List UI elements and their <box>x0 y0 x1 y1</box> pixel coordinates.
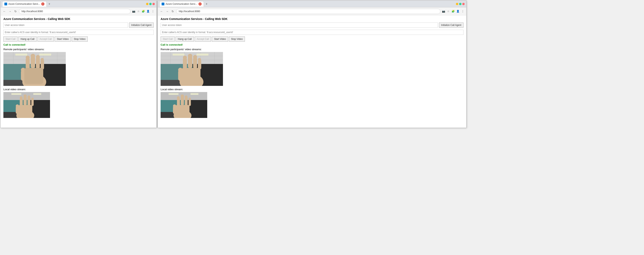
back-btn-left[interactable]: ← <box>2 9 6 14</box>
page-content-left: Azure Communication Services - Calling W… <box>0 15 156 128</box>
remote-label-left: Remote participants' video streams: <box>4 48 154 51</box>
profile-icon-left[interactable]: 👤 <box>146 9 150 13</box>
address-input-right[interactable] <box>176 9 440 14</box>
address-input-left[interactable] <box>19 9 130 14</box>
tab-label-right: Azure Communication Servi... <box>166 2 197 6</box>
new-tab-btn-right[interactable]: + <box>204 2 209 6</box>
menu-icon-left[interactable]: ⋮ <box>151 9 155 13</box>
callee-input-right[interactable] <box>160 30 464 35</box>
svg-point-82 <box>181 94 184 98</box>
local-video-svg-left <box>4 92 50 118</box>
page-content-right: Azure Communication Services - Calling W… <box>158 15 466 128</box>
reload-btn-left[interactable]: ↻ <box>13 9 18 14</box>
call-status-left: Call is connected! <box>4 43 154 46</box>
maximize-btn-left[interactable] <box>149 3 152 5</box>
minimize-btn-right[interactable] <box>456 3 458 5</box>
reload-btn-right[interactable]: ↻ <box>170 9 175 14</box>
start-call-btn-left[interactable]: Start Call <box>4 36 18 42</box>
menu-icon-right[interactable]: ⋮ <box>461 9 465 13</box>
page-title-left: Azure Communication Services - Calling W… <box>4 17 154 20</box>
tab-strip-left: Azure Communication Servi... × + <box>2 0 144 7</box>
svg-rect-30 <box>11 93 21 95</box>
svg-rect-52 <box>172 54 184 56</box>
svg-rect-53 <box>196 54 208 56</box>
tab-label-left: Azure Communication Servi... <box>8 2 40 6</box>
local-video-svg-right <box>160 92 207 118</box>
init-call-agent-btn-left[interactable]: Initialize Call Agent <box>129 22 154 28</box>
title-bar-left: Azure Communication Servi... × + <box>0 0 156 7</box>
svg-point-24 <box>41 58 44 61</box>
close-btn-right[interactable] <box>462 3 465 5</box>
browser-window-right: Azure Communication Servi... × + ← → ↻ 📷… <box>158 0 466 128</box>
svg-point-62 <box>183 56 187 60</box>
tab-strip-right: Azure Communication Servi... × + <box>160 0 454 7</box>
tab-close-left[interactable]: × <box>41 2 44 6</box>
start-video-btn-right[interactable]: Start Video <box>212 36 228 42</box>
svg-rect-9 <box>39 54 51 56</box>
tab-favicon-right <box>162 2 164 6</box>
title-bar-right: Azure Communication Servi... × + <box>158 0 466 7</box>
address-bar-right: ← → ↻ 📷 ☆ 🧩 👤 ⋮ <box>158 7 466 15</box>
start-video-btn-left[interactable]: Start Video <box>54 36 71 42</box>
start-call-btn-right[interactable]: Start Call <box>160 36 175 42</box>
token-input-right[interactable] <box>160 22 438 28</box>
svg-point-41 <box>28 96 30 98</box>
svg-point-66 <box>193 55 197 59</box>
svg-rect-31 <box>33 93 41 95</box>
call-controls-right: Start Call Hang up Call Accept Call Star… <box>160 36 464 42</box>
remote-label-right: Remote participants' video streams: <box>160 48 464 51</box>
svg-rect-76 <box>176 105 190 117</box>
extensions-icon-right[interactable]: 🧩 <box>451 9 455 13</box>
remote-video-svg-right <box>160 52 223 86</box>
stop-video-btn-right[interactable]: Stop Video <box>229 36 245 42</box>
svg-point-39 <box>24 94 27 98</box>
hang-up-btn-right[interactable]: Hang up Call <box>176 36 194 42</box>
stop-video-btn-left[interactable]: Stop Video <box>72 36 88 42</box>
hang-up-btn-left[interactable]: Hang up Call <box>18 36 36 42</box>
bookmark-icon-left[interactable]: ☆ <box>136 9 140 13</box>
extensions-icon-left[interactable]: 🧩 <box>141 9 145 13</box>
tab-left[interactable]: Azure Communication Servi... × <box>2 1 47 7</box>
forward-btn-right[interactable]: → <box>165 9 169 14</box>
svg-rect-58 <box>182 68 200 84</box>
local-video-left <box>4 92 50 118</box>
browser-window-left: Azure Communication Servi... × + ← → ↻ 📷… <box>0 0 156 128</box>
window-divider <box>157 0 157 128</box>
forward-btn-left[interactable]: → <box>8 9 12 14</box>
window-controls-right <box>456 3 465 5</box>
profile-icon-right[interactable]: 👤 <box>456 9 460 13</box>
maximize-btn-right[interactable] <box>459 3 462 5</box>
svg-point-80 <box>177 96 180 99</box>
svg-point-60 <box>178 68 182 72</box>
toolbar-icons-right: 📷 ☆ 🧩 👤 ⋮ <box>442 9 465 13</box>
svg-point-68 <box>198 58 201 61</box>
callee-input-left[interactable] <box>4 30 154 35</box>
local-video-right <box>160 92 207 118</box>
svg-rect-74 <box>190 93 198 95</box>
token-input-left[interactable] <box>4 22 128 28</box>
tab-right[interactable]: Azure Communication Servi... × <box>160 1 204 7</box>
svg-point-86 <box>188 98 191 100</box>
tab-favicon-left <box>4 2 7 6</box>
page-title-right: Azure Communication Services - Calling W… <box>160 17 464 20</box>
address-bar-left: ← → ↻ 📷 ☆ 🧩 👤 ⋮ <box>0 7 156 15</box>
close-btn-left[interactable] <box>152 3 155 5</box>
tab-close-right[interactable]: × <box>198 2 202 6</box>
camera-icon-right: 📷 <box>442 9 446 13</box>
back-btn-right[interactable]: ← <box>160 9 164 14</box>
remote-video-right <box>160 52 223 86</box>
bookmark-icon-right[interactable]: ☆ <box>446 9 450 13</box>
toolbar-icons-left: 📷 ☆ 🧩 👤 ⋮ <box>132 9 155 13</box>
svg-point-35 <box>16 104 19 108</box>
minimize-btn-left[interactable] <box>146 3 148 5</box>
init-call-agent-btn-right[interactable]: Initialize Call Agent <box>439 22 464 28</box>
window-controls-left <box>146 3 155 5</box>
accept-call-btn-left[interactable]: Accept Call <box>38 36 54 42</box>
call-status-right: Call is connected! <box>160 43 464 46</box>
svg-point-22 <box>36 55 40 59</box>
call-controls-left: Start Call Hang up Call Accept Call Star… <box>4 36 154 42</box>
token-row-left: Initialize Call Agent <box>4 22 154 28</box>
accept-call-btn-right[interactable]: Accept Call <box>195 36 211 42</box>
new-tab-btn-left[interactable]: + <box>47 2 52 6</box>
local-label-right: Local video stream: <box>160 88 464 91</box>
